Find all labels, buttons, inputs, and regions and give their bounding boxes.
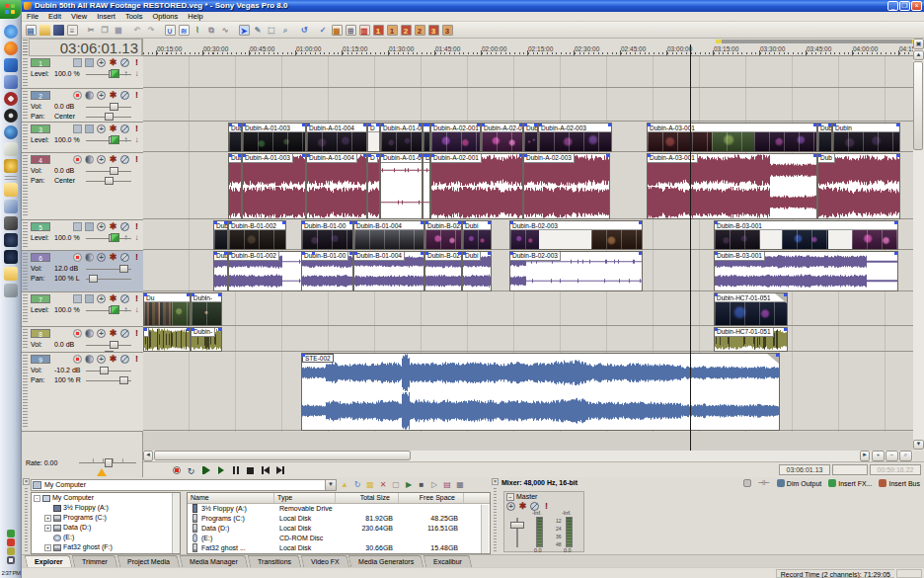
undo-button[interactable]: ↶ (130, 23, 144, 37)
audio-event[interactable]: D (423, 153, 430, 219)
column-header-name[interactable]: Name (188, 493, 274, 503)
video-event[interactable]: Dubin-B-01-00 (301, 220, 353, 250)
explorer-file-list[interactable]: NameTypeTotal SizeFree Space 3½ Floppy (… (187, 492, 491, 554)
invert-phase-button[interactable] (85, 91, 94, 100)
video-event[interactable]: Dub (817, 123, 832, 152)
arm-for-record-button[interactable] (73, 91, 82, 100)
mixer-close-icon[interactable]: × (492, 478, 499, 485)
tab-video-fx[interactable]: Video FX (300, 555, 348, 567)
chase-audio-button[interactable]: ∿ (218, 23, 232, 37)
window-floating-button[interactable]: ▥ (357, 23, 371, 37)
compositing-mode-button[interactable] (111, 305, 119, 314)
favorites-button[interactable]: ▢ (390, 479, 402, 490)
automation-settings-button[interactable]: + (97, 253, 106, 262)
track-control-value[interactable]: 100 % R (54, 375, 86, 385)
tab-excalibur[interactable]: Excalibur (424, 555, 472, 567)
track-slider[interactable] (86, 341, 131, 349)
titlebar[interactable]: Dubin 50th All RAW Footage RESTORED.veg … (22, 0, 924, 12)
audio-event[interactable]: Dub (817, 153, 900, 219)
track-header-5[interactable]: 5+✱!Level:100.0 %↑↓ (22, 220, 143, 251)
insert-fx-button[interactable]: Insert FX... (828, 479, 872, 487)
track-fx-button[interactable]: ✱ (109, 58, 117, 67)
audio-event[interactable]: Dubin-B-01-00 (301, 251, 353, 291)
mixer-small-button-1[interactable] (743, 479, 751, 487)
track-header-2[interactable]: 2+✱!Vol:0.0 dBPan:Center (22, 89, 143, 123)
make-compositing-parent-button[interactable]: ↓ (132, 135, 141, 144)
combo-dropdown-icon[interactable]: ▼ (325, 480, 336, 490)
audio-event[interactable]: Dubin-B-02-003 (509, 251, 643, 291)
minimize-button[interactable]: _ (887, 1, 898, 11)
dim-output-button[interactable]: Dim Output (777, 479, 821, 487)
file-list-row[interactable]: (E:)CD-ROM Disc (188, 534, 490, 543)
tree-item-3-floppy-a-[interactable]: 3½ Floppy (A:) (32, 503, 180, 513)
folder-2-icon[interactable] (4, 267, 18, 281)
track-control-value[interactable]: 100.0 % (54, 69, 86, 79)
track-control-value[interactable]: Center (54, 112, 86, 122)
video-event[interactable]: D (367, 123, 380, 152)
scroll-up-button[interactable]: ▲ (913, 50, 924, 60)
video-event[interactable]: Dubin-A-01-006 (380, 123, 423, 152)
play-from-start-button[interactable] (198, 464, 213, 476)
master-automation-settings-button[interactable]: + (506, 502, 515, 511)
video-event[interactable]: Dubin-A-01-004 (306, 123, 367, 152)
mute-button[interactable] (120, 222, 129, 231)
marker-tool-button[interactable]: ▣ (913, 39, 924, 49)
track-fx-button[interactable]: ✱ (109, 329, 117, 338)
track-number-badge[interactable]: 1 (31, 58, 50, 67)
video-event[interactable]: Dubin-B-01-004 (353, 220, 424, 250)
video-event[interactable]: Dubin-B-01-002 (228, 220, 286, 250)
real-player-icon[interactable] (4, 125, 18, 139)
audio-event[interactable]: STE-002 (301, 353, 780, 431)
list-scrollbar[interactable] (481, 505, 489, 554)
compositing-mode-button[interactable] (111, 233, 119, 242)
track-control-value[interactable]: 100.0 % (54, 135, 86, 145)
solo-button[interactable]: ! (132, 91, 141, 100)
stop-preview-button[interactable]: ■ (416, 479, 427, 490)
take-1b-button[interactable]: 1 (385, 23, 399, 37)
mixer-small-button-2[interactable]: ⊣⊢ (758, 479, 770, 487)
arm-for-record-button[interactable] (73, 253, 82, 262)
explorer-address-combo[interactable]: My Computer▼ (31, 479, 337, 491)
video-event[interactable] (423, 123, 430, 152)
tree-item--e-[interactable]: (E:) (32, 533, 180, 542)
menu-view[interactable]: View (66, 12, 92, 22)
track-motion-button[interactable] (85, 124, 94, 133)
invert-phase-button[interactable] (85, 329, 94, 338)
menu-help[interactable]: Help (183, 12, 207, 22)
notes-app-icon[interactable] (4, 284, 18, 297)
column-header-free-space[interactable]: Free Space (399, 493, 464, 503)
track-header-3[interactable]: 3+✱!Level:100.0 %↑↓ (22, 123, 143, 153)
audio-event[interactable]: Dubin-A-02-001 (430, 153, 523, 219)
bypass-motion-blur-button[interactable] (73, 124, 82, 133)
file-list-row[interactable]: 3½ Floppy (A:)Removable Drive (188, 504, 490, 514)
window-docks-button[interactable]: ⊞ (344, 23, 357, 37)
audio-event[interactable]: Dubin-A-01-004 (306, 153, 367, 219)
video-event[interactable]: Dubin-A-02-0 (481, 123, 523, 152)
mute-button[interactable] (120, 155, 129, 164)
audio-event[interactable]: Dubin-B-02- (424, 251, 462, 291)
auto-preview-button[interactable]: ▷ (428, 479, 440, 490)
track-fx-button[interactable]: ✱ (109, 155, 117, 164)
app-dark-2-icon[interactable] (4, 250, 18, 264)
video-event[interactable]: Dubi (228, 123, 242, 152)
mute-button[interactable] (120, 91, 129, 100)
track-control-value[interactable]: 0.0 dB (54, 340, 86, 350)
expand-icon[interactable]: + (44, 544, 51, 551)
audio-event[interactable]: Dubin-A-01-006 (380, 153, 423, 219)
time-ruler[interactable]: 00:15:0000:30:0000:45:0001:00:0001:15:00… (143, 44, 913, 56)
track-number-badge[interactable]: 2 (31, 91, 50, 100)
track-motion-button[interactable] (85, 222, 94, 231)
tree-scrollbar[interactable] (172, 493, 180, 553)
menu-edit[interactable]: Edit (43, 12, 66, 22)
make-compositing-parent-button[interactable]: ↓ (132, 305, 141, 314)
video-event[interactable]: Dubin-A-03-001 (647, 123, 817, 152)
automation-settings-button[interactable]: + (97, 294, 106, 303)
zoom-out-button[interactable]: − (886, 451, 898, 461)
take-2a-button[interactable]: 2 (399, 23, 413, 37)
make-compositing-child-button[interactable]: ↑ (121, 233, 130, 242)
master-solo-button[interactable]: ! (542, 502, 551, 511)
auto-ripple-button[interactable]: ≋ (177, 23, 191, 37)
track-slider[interactable] (86, 103, 131, 111)
track-number-badge[interactable]: 8 (31, 329, 50, 338)
invert-phase-button[interactable] (85, 355, 94, 364)
